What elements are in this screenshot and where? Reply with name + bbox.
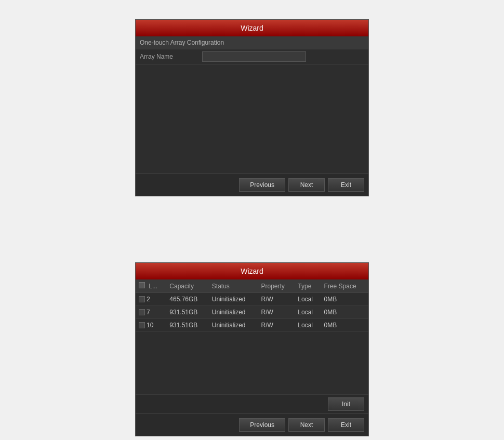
disk-free_space-cell: 0MB xyxy=(321,293,368,306)
disk-checkbox-1[interactable] xyxy=(139,309,145,315)
array-name-input[interactable] xyxy=(202,51,306,62)
panel1-exit-button[interactable]: Exit xyxy=(328,178,364,192)
config-label-row: One-touch Array Configuration xyxy=(136,36,368,49)
disk-status-cell: Uninitialized xyxy=(209,293,258,306)
panel2-previous-button[interactable]: Previous xyxy=(239,418,285,432)
header-checkbox[interactable] xyxy=(139,282,145,288)
array-name-label: Array Name xyxy=(140,53,202,60)
panel1-footer: Previous Next Exit xyxy=(136,174,368,196)
disk-checkbox-0[interactable] xyxy=(139,296,145,302)
disk-capacity-cell: 465.76GB xyxy=(166,293,209,306)
disk-label-cell: 2 xyxy=(136,293,166,306)
disk-table: L... Capacity Status Property Type Free … xyxy=(136,279,368,332)
panel2-init-row: Init xyxy=(136,394,368,414)
col-free-space: Free Space xyxy=(321,279,368,293)
disk-free_space-cell: 0MB xyxy=(321,306,368,319)
table-row: 10931.51GBUninitializedR/WLocal0MB xyxy=(136,319,368,332)
panel1-title: Wizard xyxy=(136,20,368,36)
col-type: Type xyxy=(295,279,321,293)
disk-status-cell: Uninitialized xyxy=(209,319,258,332)
panel1-main-area xyxy=(136,64,368,174)
panel2-exit-button[interactable]: Exit xyxy=(328,418,364,432)
table-row: 7931.51GBUninitializedR/WLocal0MB xyxy=(136,306,368,319)
disk-property-cell: R/W xyxy=(258,319,295,332)
col-label: L... xyxy=(136,279,166,293)
col-property: Property xyxy=(258,279,295,293)
disk-label-cell: 10 xyxy=(136,319,166,332)
array-name-row: Array Name xyxy=(136,49,368,64)
disk-checkbox-2[interactable] xyxy=(139,322,145,328)
panel1-title-text: Wizard xyxy=(241,24,263,32)
one-touch-label: One-touch Array Configuration xyxy=(140,39,224,46)
disk-capacity-cell: 931.51GB xyxy=(166,306,209,319)
disk-status-cell: Uninitialized xyxy=(209,306,258,319)
panel2-title: Wizard xyxy=(136,263,368,279)
disk-table-header-row: L... Capacity Status Property Type Free … xyxy=(136,279,368,293)
disk-label-cell: 7 xyxy=(136,306,166,319)
panel1-next-button[interactable]: Next xyxy=(288,178,325,192)
table-row: 2465.76GBUninitializedR/WLocal0MB xyxy=(136,293,368,306)
disk-property-cell: R/W xyxy=(258,293,295,306)
disk-type-cell: Local xyxy=(295,319,321,332)
disk-free_space-cell: 0MB xyxy=(321,319,368,332)
init-button[interactable]: Init xyxy=(328,397,364,411)
panel2-next-button[interactable]: Next xyxy=(288,418,325,432)
disk-capacity-cell: 931.51GB xyxy=(166,319,209,332)
wizard-panel-1: Wizard One-touch Array Configuration Arr… xyxy=(135,19,369,196)
col-status: Status xyxy=(209,279,258,293)
disk-type-cell: Local xyxy=(295,293,321,306)
disk-type-cell: Local xyxy=(295,306,321,319)
disk-property-cell: R/W xyxy=(258,306,295,319)
panel2-footer: Previous Next Exit xyxy=(136,414,368,436)
panel2-title-text: Wizard xyxy=(241,267,263,275)
col-capacity: Capacity xyxy=(166,279,209,293)
wizard-panel-2: Wizard L... Capacity Status Property Typ… xyxy=(135,262,369,436)
panel2-empty-area xyxy=(136,332,368,394)
panel1-previous-button[interactable]: Previous xyxy=(239,178,285,192)
